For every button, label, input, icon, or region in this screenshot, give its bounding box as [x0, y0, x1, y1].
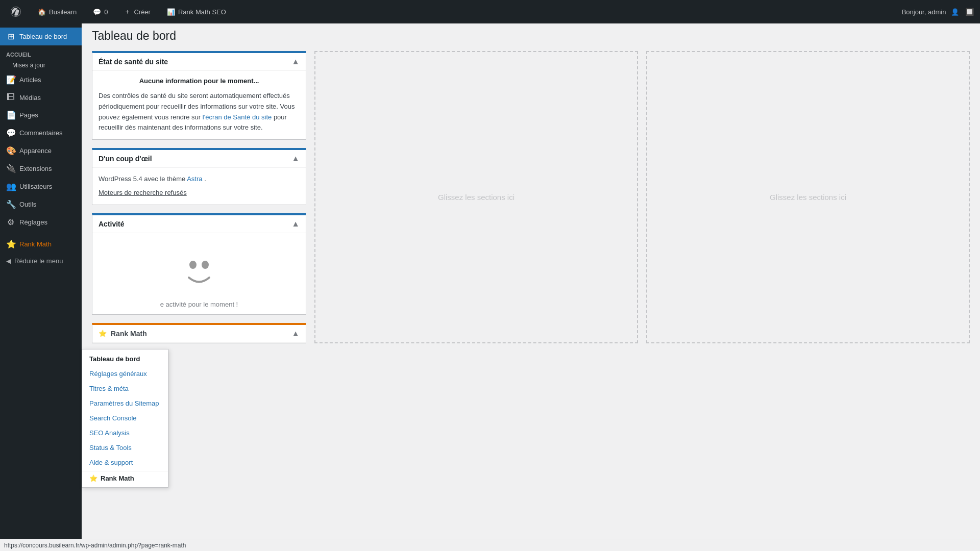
sidebar-item-outils[interactable]: 🔧 Outils	[0, 195, 82, 213]
wp-logo-icon	[10, 6, 21, 17]
site-name-button[interactable]: 🏠 Busilearn	[34, 6, 81, 18]
sidebar-medias-label: Médias	[19, 94, 41, 102]
smiley-face	[99, 249, 300, 296]
comments-button[interactable]: 💬 0	[89, 6, 112, 18]
drop-zone-right-text: Glissez les sections ici	[770, 193, 846, 202]
astra-link[interactable]: Astra	[187, 175, 202, 183]
utilisateurs-icon: 👥	[6, 182, 15, 191]
svg-point-1	[189, 261, 197, 269]
drop-zone-right: Glissez les sections ici	[646, 51, 970, 343]
rank-math-seo-button[interactable]: 📊 Rank Math SEO	[163, 6, 230, 18]
glimpse-widget-header: D'un coup d'œil ▲	[92, 150, 306, 168]
activity-widget-header: Activité ▲	[92, 215, 306, 233]
sidebar-item-articles[interactable]: 📝 Articles	[0, 71, 82, 89]
notifications-icon: 🔲	[965, 8, 974, 16]
comments-count: 0	[104, 8, 108, 16]
wp-logo-button[interactable]	[6, 4, 26, 19]
sidebar-item-dashboard[interactable]: ⊞ Tableau de bord	[0, 28, 82, 45]
sidebar-item-apparence[interactable]: 🎨 Apparence	[0, 142, 82, 160]
rank-math-bar-icon: 📊	[167, 8, 175, 16]
sidebar-pages-label: Pages	[19, 111, 38, 119]
articles-icon: 📝	[6, 75, 15, 85]
moteurs-link[interactable]: Moteurs de recherche refusés	[99, 189, 187, 196]
activity-widget: Activité ▲ e activité pour le moment !	[92, 213, 306, 315]
sidebar: ⊞ Tableau de bord Accueil Mises à jour 📝…	[0, 23, 82, 354]
main-content: Options de l'écran ▾ Aide ▾ Tableau de b…	[82, 0, 980, 354]
glimpse-widget-body: WordPress 5.4 avec le thème Astra . Mote…	[92, 168, 306, 205]
sidebar-item-medias[interactable]: 🎞 Médias	[0, 89, 82, 106]
reglages-icon: ⚙	[6, 217, 15, 227]
home-icon: 🏠	[38, 8, 46, 16]
rank-math-widget-title: Rank Math	[111, 330, 147, 338]
sidebar-reglages-label: Réglages	[19, 218, 47, 226]
health-widget-body: Aucune information pour le moment... Des…	[92, 71, 306, 139]
dashboard-icon: ⊞	[6, 32, 15, 41]
pages-icon: 📄	[6, 110, 15, 120]
plus-icon: ＋	[124, 7, 131, 16]
rank-math-widget-icon: ⭐	[99, 330, 107, 337]
site-name: Busilearn	[49, 8, 77, 16]
reduce-label: Réduire le menu	[14, 257, 63, 265]
flyout-item-0[interactable]: Tableau de bord	[82, 352, 168, 354]
sidebar-articles-label: Articles	[19, 76, 41, 84]
glimpse-widget-title: D'un coup d'œil	[99, 155, 152, 163]
sidebar-item-reglages[interactable]: ⚙ Réglages	[0, 213, 82, 231]
drop-zone-middle-text: Glissez les sections ici	[438, 193, 514, 202]
apparence-icon: 🎨	[6, 146, 15, 156]
glimpse-text: WordPress 5.4 avec le thème Astra .	[99, 174, 300, 185]
sidebar-outils-label: Outils	[19, 201, 36, 208]
health-description: Des contrôles de santé du site seront au…	[99, 91, 300, 133]
sidebar-item-rank-math[interactable]: ⭐ Rank Math	[0, 235, 82, 253]
sidebar-commentaires-label: Commentaires	[19, 129, 63, 137]
health-site-link[interactable]: l'écran de Santé du site	[203, 113, 272, 121]
svg-point-2	[202, 261, 209, 269]
sidebar-extensions-label: Extensions	[19, 165, 52, 172]
admin-bar: 🏠 Busilearn 💬 0 ＋ Créer 📊 Rank Math SEO …	[0, 0, 980, 23]
sidebar-item-commentaires[interactable]: 💬 Commentaires	[0, 124, 82, 142]
create-button[interactable]: ＋ Créer	[120, 5, 155, 18]
sidebar-dashboard-label: Tableau de bord	[19, 33, 67, 40]
page-title: Tableau de bord	[92, 29, 970, 43]
health-widget-toggle[interactable]: ▲	[291, 57, 300, 66]
activity-widget-toggle[interactable]: ▲	[291, 219, 300, 229]
comments-icon: 💬	[93, 8, 101, 16]
rank-math-seo-label: Rank Math SEO	[178, 8, 226, 16]
rank-math-widget-toggle[interactable]: ▲	[291, 329, 300, 338]
sidebar-apparence-label: Apparence	[19, 147, 52, 155]
sidebar-utilisateurs-label: Utilisateurs	[19, 183, 52, 190]
create-label: Créer	[134, 8, 151, 16]
health-no-info: Aucune information pour le moment...	[99, 77, 300, 85]
dashboard-grid: État de santé du site ▲ Aucune informati…	[92, 51, 970, 343]
sidebar-item-utilisateurs[interactable]: 👥 Utilisateurs	[0, 178, 82, 195]
health-widget: État de santé du site ▲ Aucune informati…	[92, 51, 306, 140]
admin-avatar-icon: 👤	[951, 8, 959, 16]
sidebar-item-pages[interactable]: 📄 Pages	[0, 106, 82, 124]
activity-message: e activité pour le moment !	[99, 300, 300, 308]
health-widget-title: État de santé du site	[99, 58, 168, 66]
sidebar-item-extensions[interactable]: 🔌 Extensions	[0, 160, 82, 178]
extensions-icon: 🔌	[6, 164, 15, 173]
activity-widget-title: Activité	[99, 220, 125, 228]
sidebar-rank-math-label: Rank Math	[19, 240, 52, 248]
glimpse-widget: D'un coup d'œil ▲ WordPress 5.4 avec le …	[92, 148, 306, 205]
reduce-icon: ◀	[6, 257, 11, 265]
sidebar-section-accueil: Accueil	[0, 45, 82, 60]
outils-icon: 🔧	[6, 199, 15, 209]
drop-zone-middle: Glissez les sections ici	[314, 51, 638, 343]
glimpse-widget-toggle[interactable]: ▲	[291, 154, 300, 163]
commentaires-icon: 💬	[6, 128, 15, 138]
rank-math-widget: ⭐ Rank Math ▲	[92, 323, 306, 343]
activity-widget-body: e activité pour le moment !	[92, 233, 306, 314]
sidebar-reduce-menu[interactable]: ◀ Réduire le menu	[0, 253, 82, 269]
rank-math-widget-header: ⭐ Rank Math ▲	[92, 325, 306, 343]
rank-math-sidebar-icon: ⭐	[6, 239, 15, 249]
admin-greeting: Bonjour, admin 👤	[902, 8, 959, 16]
health-widget-header: État de santé du site ▲	[92, 53, 306, 71]
sidebar-mises-a-jour[interactable]: Mises à jour	[0, 60, 82, 71]
rank-math-flyout-menu: Tableau de bord Réglages généraux Titres…	[82, 349, 168, 354]
medias-icon: 🎞	[6, 93, 15, 102]
